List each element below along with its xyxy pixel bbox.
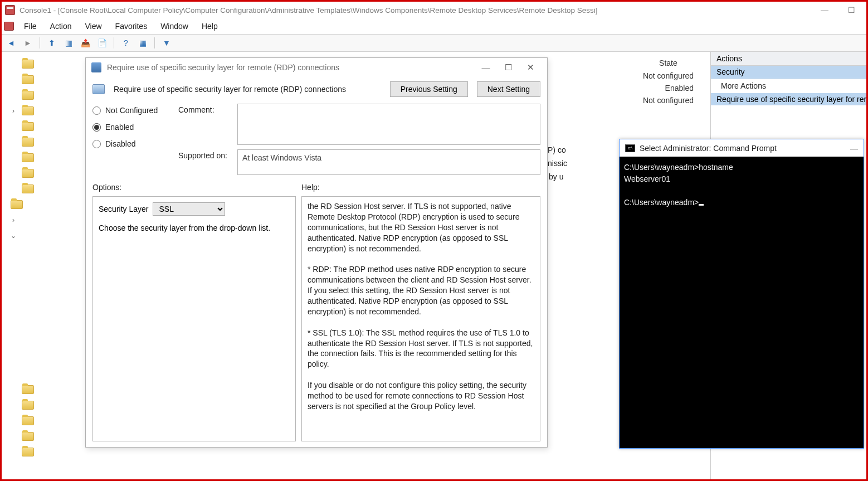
folder-icon	[22, 385, 34, 394]
folder-icon	[22, 169, 34, 178]
dialog-title-text: Require use of specific security layer f…	[107, 63, 339, 72]
menu-app-icon	[4, 22, 14, 31]
menu-action[interactable]: Action	[43, 20, 79, 33]
cmd-output[interactable]: C:\Users\wayneadm>hostname Webserver01 C…	[620, 157, 864, 215]
tree-pane[interactable]: › ⌄ › ⌄	[2, 52, 84, 479]
supported-on-text: At least Windows Vista	[237, 149, 540, 175]
folder-icon	[22, 91, 34, 100]
properties-button[interactable]: 📄	[95, 36, 109, 50]
menu-help[interactable]: Help	[195, 20, 225, 33]
toolbar-separator	[154, 37, 155, 48]
maximize-button[interactable]: ☐	[843, 6, 860, 14]
folder-icon	[22, 184, 34, 193]
dialog-titlebar[interactable]: Require use of specific security layer f…	[86, 58, 547, 77]
help-button[interactable]: ?	[119, 36, 133, 50]
policy-setting-dialog: Require use of specific security layer f…	[85, 57, 548, 448]
window-controls: — ☐	[813, 6, 863, 14]
policy-icon	[92, 84, 105, 94]
cmd-titlebar[interactable]: c:\ Select Administrator: Command Prompt…	[620, 139, 864, 157]
actions-more-actions[interactable]: More Actions	[711, 79, 866, 93]
radio-disabled[interactable]: Disabled	[92, 139, 170, 148]
dialog-body: Require use of specific security layer f…	[86, 77, 547, 447]
menu-view[interactable]: View	[78, 20, 108, 33]
folder-icon	[22, 416, 34, 425]
expand-icon[interactable]: ›	[9, 107, 17, 115]
folder-icon	[22, 60, 34, 69]
cmd-minimize-button[interactable]: —	[850, 144, 858, 153]
main-window-title: Console1 - [Console Root\Local Computer …	[19, 6, 813, 14]
toolbar-separator	[114, 37, 114, 48]
export-button[interactable]: 📤	[78, 36, 92, 50]
radio-label: Enabled	[105, 123, 134, 132]
radio-label: Disabled	[105, 139, 135, 148]
dialog-icon	[91, 62, 101, 72]
security-layer-select[interactable]: SSL	[153, 202, 225, 216]
up-button[interactable]: ⬆	[45, 36, 59, 50]
setting-state: Not configured	[633, 70, 704, 82]
options-box: Security Layer SSL Choose the security l…	[92, 196, 296, 441]
show-hide-action-button[interactable]: ▦	[135, 36, 150, 50]
command-prompt-window: c:\ Select Administrator: Command Prompt…	[619, 139, 864, 449]
previous-setting-button[interactable]: Previous Setting	[390, 81, 468, 97]
cmd-title-text: Select Administrator: Command Prompt	[640, 144, 777, 153]
security-layer-hint: Choose the security layer from the drop-…	[99, 224, 290, 232]
options-label: Options:	[92, 183, 296, 192]
next-setting-button[interactable]: Next Setting	[477, 81, 540, 97]
folder-icon	[22, 432, 34, 441]
dialog-minimize-button[interactable]: —	[475, 63, 497, 72]
menu-file[interactable]: File	[17, 20, 43, 33]
menu-window[interactable]: Window	[154, 20, 195, 33]
show-hide-tree-button[interactable]: ▥	[61, 36, 76, 50]
policy-name: Require use of specific security layer f…	[114, 85, 381, 94]
clipped-text: nissic	[548, 159, 567, 168]
folder-icon	[22, 448, 34, 456]
supported-on-label: Supported on:	[178, 149, 232, 160]
actions-section-security[interactable]: Security	[711, 66, 866, 79]
help-label: Help:	[301, 183, 540, 192]
help-text[interactable]: the RD Session Host server. If TLS is no…	[301, 196, 540, 441]
menubar: File Action View Favorites Window Help	[2, 18, 866, 34]
forward-button[interactable]: ►	[21, 36, 35, 50]
setting-state: Not configured	[633, 94, 704, 106]
cmd-icon: c:\	[625, 144, 635, 152]
cursor-icon	[699, 204, 704, 206]
policy-state-radios: Not Configured Enabled Disabled	[92, 104, 170, 148]
actions-pane-header: Actions	[711, 52, 866, 66]
folder-icon	[22, 106, 34, 115]
actions-current-setting[interactable]: Require use of specific security layer f…	[711, 93, 866, 105]
radio-not-configured[interactable]: Not Configured	[92, 106, 170, 115]
folder-icon	[22, 122, 34, 131]
toolbar-separator	[40, 37, 40, 48]
expand-icon[interactable]: ›	[9, 216, 17, 224]
comment-label: Comment:	[178, 104, 232, 114]
filter-button[interactable]: ▼	[159, 36, 174, 50]
comment-input[interactable]	[237, 104, 540, 145]
radio-label: Not Configured	[105, 106, 158, 115]
security-layer-label: Security Layer	[99, 205, 148, 213]
folder-icon	[22, 401, 34, 410]
clipped-text: P) co	[548, 145, 566, 154]
minimize-button[interactable]: —	[816, 6, 833, 14]
folder-icon	[22, 138, 34, 147]
dialog-maximize-button[interactable]: ☐	[497, 62, 519, 72]
app-icon	[5, 5, 15, 15]
setting-state: Enabled	[633, 82, 704, 94]
folder-icon	[11, 200, 23, 209]
dialog-close-button[interactable]: ✕	[519, 62, 542, 72]
column-header-state[interactable]: State	[633, 56, 704, 70]
menu-favorites[interactable]: Favorites	[109, 20, 154, 33]
collapse-icon[interactable]: ⌄	[9, 232, 17, 240]
folder-icon	[22, 75, 34, 84]
toolbar: ◄ ► ⬆ ▥ 📤 📄 ? ▦ ▼	[2, 34, 866, 52]
back-button[interactable]: ◄	[4, 36, 18, 50]
radio-enabled[interactable]: Enabled	[92, 123, 170, 132]
clipped-text: by u	[549, 172, 563, 181]
folder-icon	[22, 153, 34, 162]
main-window-titlebar: Console1 - [Console Root\Local Computer …	[2, 2, 866, 18]
